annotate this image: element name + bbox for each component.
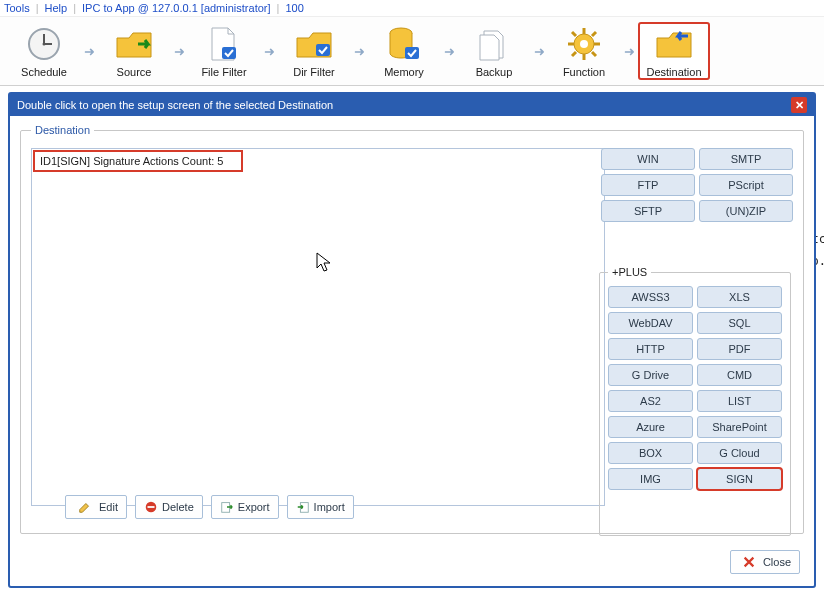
- panel-title-text: Double click to open the setup screen of…: [17, 99, 333, 111]
- azure-button[interactable]: Azure: [608, 416, 693, 438]
- svg-line-13: [572, 32, 576, 36]
- delete-icon: [144, 500, 158, 514]
- sftp-button[interactable]: SFTP: [601, 200, 695, 222]
- gcloud-button[interactable]: G Cloud: [697, 442, 782, 464]
- backup-label: Backup: [459, 66, 529, 78]
- gear-icon: [560, 24, 608, 64]
- import-icon: [296, 500, 310, 514]
- plus-group: +PLUS AWSS3 XLS WebDAV SQL HTTP PDF G Dr…: [599, 266, 791, 536]
- menu-sep: |: [36, 2, 39, 14]
- list-item[interactable]: ID1[SIGN] Signature Actions Count: 5: [33, 150, 243, 172]
- pdf-button[interactable]: PDF: [697, 338, 782, 360]
- import-button[interactable]: Import: [287, 495, 354, 519]
- img-button[interactable]: IMG: [608, 468, 693, 490]
- menu-number: 100: [285, 2, 303, 14]
- svg-rect-5: [316, 44, 330, 56]
- menu-connection: IPC to App @ 127.0.0.1 [administrator]: [82, 2, 271, 14]
- backup-button[interactable]: Backup: [458, 21, 530, 81]
- edit-button[interactable]: Edit: [65, 495, 127, 519]
- arrow-icon: ➜: [352, 44, 366, 59]
- menu-bar: Tools | Help | IPC to App @ 127.0.0.1 [a…: [0, 0, 824, 16]
- close-icon[interactable]: ✕: [791, 97, 807, 113]
- toolbar: Schedule ➜ Source ➜ File Filter ➜ Dir Fi…: [0, 16, 824, 86]
- arrow-icon: ➜: [622, 44, 636, 59]
- dir-filter-button[interactable]: Dir Filter: [278, 21, 350, 81]
- pscript-button[interactable]: PScript: [699, 174, 793, 196]
- sharepoint-button[interactable]: SharePoint: [697, 416, 782, 438]
- folder-in-icon: [650, 24, 698, 64]
- destination-panel: Double click to open the setup screen of…: [8, 92, 816, 588]
- svg-line-15: [592, 32, 596, 36]
- memory-button[interactable]: Memory: [368, 21, 440, 81]
- import-label: Import: [314, 501, 345, 513]
- folder-check-icon: [290, 24, 338, 64]
- destination-label: Destination: [640, 66, 708, 78]
- edit-label: Edit: [99, 501, 118, 513]
- unzip-button[interactable]: (UN)ZIP: [699, 200, 793, 222]
- xls-button[interactable]: XLS: [697, 286, 782, 308]
- menu-sep: |: [73, 2, 76, 14]
- arrow-icon: ➜: [262, 44, 276, 59]
- x-icon: [742, 555, 756, 569]
- memory-label: Memory: [369, 66, 439, 78]
- webdav-button[interactable]: WebDAV: [608, 312, 693, 334]
- delete-label: Delete: [162, 501, 194, 513]
- menu-tools[interactable]: Tools: [4, 2, 30, 14]
- gdrive-button[interactable]: G Drive: [608, 364, 693, 386]
- svg-line-14: [592, 52, 596, 56]
- menu-sep: |: [277, 2, 280, 14]
- action-buttons: Edit Delete Export Import: [65, 495, 354, 519]
- close-label: Close: [763, 556, 791, 568]
- smtp-button[interactable]: SMTP: [699, 148, 793, 170]
- file-filter-button[interactable]: File Filter: [188, 21, 260, 81]
- schedule-button[interactable]: Schedule: [8, 21, 80, 81]
- export-label: Export: [238, 501, 270, 513]
- box-button[interactable]: BOX: [608, 442, 693, 464]
- plus-legend: +PLUS: [608, 266, 651, 278]
- schedule-label: Schedule: [9, 66, 79, 78]
- clock-icon: [20, 24, 68, 64]
- file-check-icon: [200, 24, 248, 64]
- delete-button[interactable]: Delete: [135, 495, 203, 519]
- menu-help[interactable]: Help: [45, 2, 68, 14]
- as2-button[interactable]: AS2: [608, 390, 693, 412]
- arrow-icon: ➜: [532, 44, 546, 59]
- svg-rect-19: [148, 506, 155, 508]
- awss3-button[interactable]: AWSS3: [608, 286, 693, 308]
- svg-rect-7: [405, 47, 419, 59]
- function-label: Function: [549, 66, 619, 78]
- svg-rect-4: [222, 47, 236, 59]
- arrow-icon: ➜: [172, 44, 186, 59]
- panel-titlebar: Double click to open the setup screen of…: [10, 94, 814, 116]
- destination-list[interactable]: ID1[SIGN] Signature Actions Count: 5: [31, 148, 605, 506]
- protocol-buttons: WIN SMTP FTP PScript SFTP (UN)ZIP: [601, 148, 793, 222]
- source-button[interactable]: Source: [98, 21, 170, 81]
- folder-arrow-icon: [110, 24, 158, 64]
- source-label: Source: [99, 66, 169, 78]
- http-button[interactable]: HTTP: [608, 338, 693, 360]
- arrow-icon: ➜: [442, 44, 456, 59]
- database-icon: [380, 24, 428, 64]
- destination-legend: Destination: [31, 124, 94, 136]
- arrow-icon: ➜: [82, 44, 96, 59]
- close-button[interactable]: Close: [730, 550, 800, 574]
- export-icon: [220, 500, 234, 514]
- sql-button[interactable]: SQL: [697, 312, 782, 334]
- svg-line-16: [572, 52, 576, 56]
- destination-group: Destination ID1[SIGN] Signature Actions …: [20, 124, 804, 534]
- file-filter-label: File Filter: [189, 66, 259, 78]
- dir-filter-label: Dir Filter: [279, 66, 349, 78]
- svg-point-3: [43, 43, 46, 46]
- ftp-button[interactable]: FTP: [601, 174, 695, 196]
- cmd-button[interactable]: CMD: [697, 364, 782, 386]
- svg-point-17: [580, 40, 588, 48]
- list-button[interactable]: LIST: [697, 390, 782, 412]
- files-icon: [470, 24, 518, 64]
- function-button[interactable]: Function: [548, 21, 620, 81]
- export-button[interactable]: Export: [211, 495, 279, 519]
- destination-button[interactable]: Destination: [638, 22, 710, 80]
- sign-button[interactable]: SIGN: [697, 468, 782, 490]
- pencil-icon: [78, 500, 92, 514]
- win-button[interactable]: WIN: [601, 148, 695, 170]
